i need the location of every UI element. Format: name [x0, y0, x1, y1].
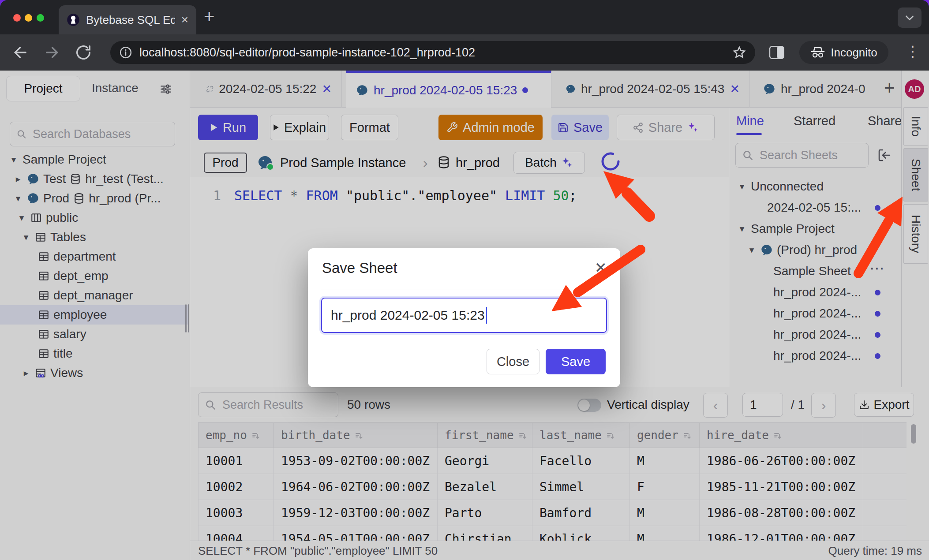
cell[interactable]: 10002: [199, 474, 274, 500]
worksheet-tab-2-active[interactable]: hr_prod 2024-02-05 15:23: [346, 71, 551, 108]
caret-down-icon[interactable]: ▾: [747, 245, 757, 255]
sort-icon[interactable]: [773, 432, 782, 441]
database-search-input[interactable]: [32, 127, 169, 142]
sort-icon[interactable]: [518, 432, 527, 441]
back-icon[interactable]: [12, 44, 29, 61]
tree-item-table-title[interactable]: title: [0, 344, 189, 363]
save-button[interactable]: Save: [551, 115, 609, 140]
caret-down-icon[interactable]: ▾: [17, 213, 26, 223]
cell[interactable]: 1985-11-21T00:00:00Z: [700, 474, 863, 500]
forward-icon[interactable]: [43, 44, 60, 61]
cell[interactable]: Facello: [532, 448, 630, 474]
cell[interactable]: 1959-12-03T00:00:00Z: [274, 500, 438, 526]
environment-chip[interactable]: Prod: [204, 153, 247, 173]
sort-icon[interactable]: [251, 432, 260, 441]
cell[interactable]: 1954-05-01T00:00:00Z: [274, 526, 438, 541]
cell[interactable]: 1964-06-02T00:00:00Z: [274, 474, 438, 500]
cell[interactable]: M: [630, 526, 700, 541]
caret-down-icon[interactable]: ▾: [21, 232, 31, 243]
close-tab-icon[interactable]: ✕: [730, 82, 740, 96]
caret-down-icon[interactable]: ▾: [13, 193, 23, 204]
sheet-group-unconnected[interactable]: ▾ Unconnected: [729, 176, 901, 197]
sheet-item[interactable]: Sample Sheet ⋯: [729, 261, 901, 282]
cell[interactable]: Chirstian: [438, 526, 532, 541]
sheet-item[interactable]: hr_prod 2024-...: [729, 345, 901, 366]
caret-down-icon[interactable]: ▾: [737, 181, 747, 192]
cell[interactable]: 10004: [199, 526, 274, 541]
cell[interactable]: Koblick: [532, 526, 630, 541]
table-row[interactable]: 100041954-05-01T00:00:00ZChirstianKoblic…: [199, 526, 907, 541]
results-table-wrap[interactable]: emp_no birth_date first_name last_name g…: [198, 422, 907, 541]
side-tab-sheet[interactable]: Sheet: [903, 148, 928, 202]
column-header[interactable]: birth_date: [274, 423, 438, 448]
cell[interactable]: Parto: [438, 500, 532, 526]
sheet-item[interactable]: hr_prod 2024-...: [729, 303, 901, 324]
caret-down-icon[interactable]: ▾: [9, 154, 19, 165]
cell[interactable]: M: [630, 500, 700, 526]
dialog-save-button[interactable]: Save: [546, 349, 606, 374]
next-page-button[interactable]: ›: [811, 393, 836, 418]
sheet-item[interactable]: 2024-02-05 15:...: [729, 197, 901, 218]
cell[interactable]: Bezalel: [438, 474, 532, 500]
tree-item-table-employee[interactable]: employee: [0, 305, 189, 325]
sheet-group-database[interactable]: ▾ (Prod) hr_prod: [729, 239, 901, 261]
caret-right-icon[interactable]: ▸: [13, 174, 23, 184]
format-button[interactable]: Format: [341, 115, 398, 140]
table-row[interactable]: 100031959-12-03T00:00:00ZPartoBamfordM19…: [199, 500, 907, 526]
side-tab-info[interactable]: Info: [903, 107, 928, 146]
reload-icon[interactable]: [75, 44, 92, 61]
tree-item-schema-public[interactable]: ▾ public: [0, 208, 189, 228]
run-button[interactable]: Run: [198, 115, 258, 140]
sheet-group-project[interactable]: ▾ Sample Project: [729, 218, 901, 239]
tree-item-table-salary[interactable]: salary: [0, 325, 189, 344]
cell[interactable]: 1986-08-28T00:00:00Z: [700, 500, 863, 526]
cell[interactable]: 1986-12-01T00:00:00Z: [700, 526, 863, 541]
sheet-search-input[interactable]: [759, 148, 862, 163]
column-header[interactable]: first_name: [438, 423, 532, 448]
worksheet-tab-3[interactable]: hr_prod 2024-02-05 15:43 ✕: [556, 71, 750, 108]
side-tab-history[interactable]: History: [903, 204, 928, 264]
zoom-window-button[interactable]: [37, 14, 44, 22]
results-search-input[interactable]: [221, 398, 332, 412]
sheet-search[interactable]: [735, 143, 869, 168]
sidebar-resize-handle[interactable]: [185, 304, 189, 332]
tab-share[interactable]: Share: [868, 114, 902, 128]
new-tab-button[interactable]: +: [204, 6, 215, 27]
tree-item-env-test[interactable]: ▸ Test hr_test (Test...: [0, 169, 189, 189]
cell[interactable]: 10003: [199, 500, 274, 526]
cell[interactable]: 1986-06-26T00:00:00Z: [700, 448, 863, 474]
url-bar[interactable]: localhost:8080/sql-editor/prod-sample-in…: [110, 41, 755, 64]
caret-down-icon[interactable]: ▾: [737, 224, 747, 234]
new-worksheet-button[interactable]: +: [884, 78, 895, 99]
tree-item-table-dept-emp[interactable]: dept_emp: [0, 266, 189, 286]
browser-menu-icon[interactable]: ⋮: [905, 42, 920, 60]
column-header[interactable]: last_name: [532, 423, 630, 448]
table-row[interactable]: 100021964-06-02T00:00:00ZBezalelSimmelF1…: [199, 474, 907, 500]
cell[interactable]: Simmel: [532, 474, 630, 500]
instance-name[interactable]: Prod Sample Instance: [280, 148, 406, 177]
sort-icon[interactable]: [355, 432, 363, 441]
sheet-name-input[interactable]: hr_prod 2024-02-05 15:23: [321, 298, 607, 333]
cell[interactable]: Georgi: [438, 448, 532, 474]
browser-tab[interactable]: Bytebase SQL Editor ×: [59, 5, 196, 34]
tab-instance[interactable]: Instance: [92, 76, 139, 101]
database-name[interactable]: hr_prod: [456, 148, 500, 177]
cell[interactable]: 1953-09-02T00:00:00Z: [274, 448, 438, 474]
tree-item-tables[interactable]: ▾ Tables: [0, 228, 189, 247]
cell[interactable]: Bamford: [532, 500, 630, 526]
caret-right-icon[interactable]: ▸: [21, 368, 31, 378]
sort-icon[interactable]: [606, 432, 615, 441]
minimize-window-button[interactable]: [25, 14, 32, 22]
worksheet-tab-1[interactable]: 2024-02-05 15:22 ✕: [196, 71, 342, 108]
column-header[interactable]: emp_no: [199, 423, 274, 448]
tab-project[interactable]: Project: [6, 76, 80, 101]
share-button[interactable]: Share: [617, 115, 715, 140]
tree-item-env-prod[interactable]: ▾ Prod hr_prod (Pr...: [0, 189, 189, 208]
sheet-item[interactable]: hr_prod 2024-...: [729, 324, 901, 345]
close-tab-icon[interactable]: ✕: [322, 82, 332, 96]
worksheet-tab-4[interactable]: hr_prod 2024-0: [753, 71, 877, 108]
prev-page-button[interactable]: ‹: [703, 393, 728, 418]
user-avatar[interactable]: AD: [905, 79, 924, 99]
side-panel-icon[interactable]: [769, 46, 784, 59]
tree-item-table-dept-manager[interactable]: dept_manager: [0, 286, 189, 305]
